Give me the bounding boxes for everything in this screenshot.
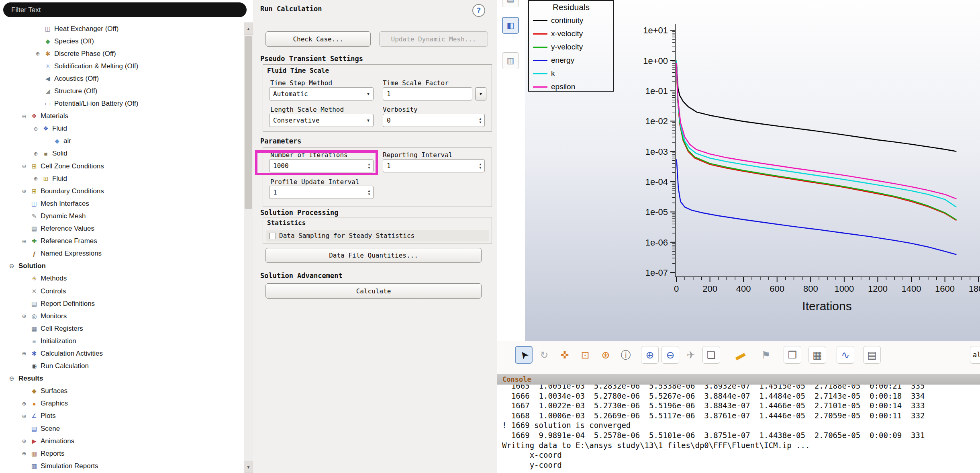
tree-item-results[interactable]: ⊖Results <box>0 373 244 385</box>
plot-window-button[interactable]: ∿ <box>837 346 854 364</box>
time-scale-factor-dropdown-button[interactable]: ▼ <box>475 87 486 100</box>
pan-button[interactable]: ✜ <box>556 346 574 364</box>
tree-item-potential-li-ion-battery-off[interactable]: ▭Potential/Li-ion Battery (Off) <box>0 98 244 110</box>
collapse-icon[interactable]: ⊖ <box>19 163 29 169</box>
expand-icon[interactable]: ⊕ <box>19 450 29 457</box>
side-clipboard-button[interactable]: ▤ <box>502 0 519 7</box>
views-button[interactable]: ❒ <box>784 346 801 364</box>
collapse-icon[interactable]: ⊖ <box>31 126 41 132</box>
spinner-arrows[interactable]: ▲▼ <box>365 162 373 170</box>
tree-item-graphics[interactable]: ⊕●Graphics <box>0 397 244 410</box>
expand-icon[interactable]: ⊕ <box>19 413 29 419</box>
tree-item-materials[interactable]: ⊖❖Materials <box>0 110 244 123</box>
calculate-button[interactable]: Calculate <box>265 283 482 299</box>
spin-up-icon[interactable]: ▲ <box>368 189 370 192</box>
side-stamp-button[interactable]: ▥ <box>502 52 519 69</box>
tree-item-controls[interactable]: ✕Controls <box>0 285 244 297</box>
check-case-button[interactable]: Check Case... <box>265 31 371 47</box>
verbosity-field[interactable] <box>383 117 476 124</box>
spin-up-icon[interactable]: ▲ <box>480 117 482 121</box>
data-sampling-row[interactable]: Data Sampling for Steady Statistics <box>266 230 489 242</box>
expand-icon[interactable]: ⊕ <box>33 51 43 57</box>
tree-item-solidification-melting-off[interactable]: ✳Solidification & Melting (Off) <box>0 60 244 72</box>
tree-item-heat-exchanger-off[interactable]: ◫Heat Exchanger (Off) <box>0 23 244 35</box>
spin-down-icon[interactable]: ▼ <box>368 192 370 196</box>
file-tree[interactable]: ◫Heat Exchanger (Off)◆Species (Off)⊕✱Dis… <box>0 23 244 473</box>
expand-icon[interactable]: ⊕ <box>19 188 29 194</box>
tree-item-discrete-phase-off[interactable]: ⊕✱Discrete Phase (Off) <box>0 47 244 60</box>
tree-item-reference-frames[interactable]: ⊕✚Reference Frames <box>0 235 244 248</box>
tree-filter-box[interactable] <box>3 2 247 17</box>
expand-icon[interactable]: ⊕ <box>19 401 29 407</box>
expand-icon[interactable]: ⊕ <box>31 151 41 157</box>
tree-filter-input[interactable] <box>3 6 247 14</box>
scrollbar-thumb[interactable] <box>245 36 252 209</box>
select-pointer-button[interactable]: ➤ <box>515 346 533 364</box>
spinner-arrows[interactable]: ▲▼ <box>476 117 484 124</box>
tree-item-report-definitions[interactable]: ▤Report Definitions <box>0 297 244 310</box>
spin-down-icon[interactable]: ▼ <box>480 121 482 124</box>
zoom-box-button[interactable]: ⊡ <box>576 346 594 364</box>
tree-item-fluid[interactable]: ⊕⊞Fluid <box>0 172 244 185</box>
tree-item-reports[interactable]: ⊕▥Reports <box>0 447 244 460</box>
probe-button[interactable]: ⚑ <box>757 346 775 364</box>
reporting-interval-field[interactable] <box>383 162 476 170</box>
copy-screen-button[interactable]: ❏ <box>702 346 720 364</box>
tree-item-scene[interactable]: ▤Scene <box>0 422 244 435</box>
tree-item-boundary-conditions[interactable]: ⊕⊞Boundary Conditions <box>0 185 244 197</box>
expand-icon[interactable]: ⊕ <box>19 313 29 319</box>
collapse-icon[interactable]: ⊖ <box>6 262 17 270</box>
tree-item-run-calculation[interactable]: ◉Run Calculation <box>0 360 244 373</box>
tree-item-air[interactable]: ◆air <box>0 135 244 147</box>
chevron-down-icon[interactable]: ▼ <box>363 118 373 123</box>
collapse-icon[interactable]: ⊖ <box>6 375 17 382</box>
tree-item-methods[interactable]: ✳Methods <box>0 272 244 285</box>
tree-item-solution[interactable]: ⊖Solution <box>0 260 244 272</box>
layout-button[interactable]: ▦ <box>808 346 826 364</box>
tree-item-surfaces[interactable]: ◆Surfaces <box>0 385 244 397</box>
spinner-arrows[interactable]: ▲▼ <box>365 189 373 196</box>
rotate-view-button[interactable]: ↻ <box>535 346 553 364</box>
tree-item-calculation-activities[interactable]: ⊕✱Calculation Activities <box>0 347 244 360</box>
profile-update-interval-input[interactable]: ▲▼ <box>269 186 374 199</box>
spin-down-icon[interactable]: ▼ <box>368 166 370 170</box>
iterations-field[interactable] <box>270 162 365 170</box>
highlighter-button[interactable]: ▬ <box>731 346 748 364</box>
time-scale-factor-input[interactable] <box>383 87 472 100</box>
zoom-in-button[interactable]: ⊕ <box>641 346 659 364</box>
chevron-down-icon[interactable]: ▼ <box>363 92 373 96</box>
side-plot-settings-button[interactable]: ◧ <box>502 17 519 34</box>
expand-icon[interactable]: ⊕ <box>19 350 29 356</box>
tree-item-acoustics-off[interactable]: ◀Acoustics (Off) <box>0 72 244 85</box>
tree-item-dynamic-mesh[interactable]: ✎Dynamic Mesh <box>0 210 244 222</box>
tree-item-simulation-reports[interactable]: ▥Simulation Reports <box>0 460 244 472</box>
magnify-button[interactable]: ⊛ <box>597 346 615 364</box>
time-scale-factor-field[interactable] <box>383 90 472 98</box>
expand-icon[interactable]: ⊕ <box>31 176 41 182</box>
reporting-interval-input[interactable]: ▲▼ <box>383 159 485 172</box>
tree-item-cell-registers[interactable]: ▦Cell Registers <box>0 322 244 335</box>
scrollbar-down-button[interactable]: ▼ <box>244 461 253 473</box>
expand-icon[interactable]: ⊕ <box>19 438 29 444</box>
help-button[interactable]: ? <box>472 4 485 17</box>
info-button[interactable]: ⓘ <box>617 346 635 364</box>
spin-down-icon[interactable]: ▼ <box>480 166 482 170</box>
length-scale-method-dropdown[interactable]: Conservative ▼ <box>269 114 374 127</box>
console-header[interactable]: Console <box>497 374 980 385</box>
scrollbar-up-button[interactable]: ▲ <box>244 23 253 35</box>
tree-item-reference-values[interactable]: ▤Reference Values <box>0 223 244 235</box>
toolbar-overflow-button[interactable]: al <box>970 346 980 364</box>
data-file-quantities-button[interactable]: Data File Quantities... <box>265 248 482 263</box>
time-step-method-dropdown[interactable]: Automatic ▼ <box>269 87 374 100</box>
spin-up-icon[interactable]: ▲ <box>368 162 370 166</box>
tree-item-named-expressions[interactable]: ƒNamed Expressions <box>0 248 244 260</box>
profile-update-interval-field[interactable] <box>270 188 365 196</box>
tree-item-species-off[interactable]: ◆Species (Off) <box>0 35 244 47</box>
tree-item-solid[interactable]: ⊕■Solid <box>0 147 244 160</box>
expand-icon[interactable]: ⊕ <box>19 238 29 244</box>
tree-item-plots[interactable]: ⊕∠Plots <box>0 410 244 422</box>
tree-item-monitors[interactable]: ⊕◎Monitors <box>0 310 244 322</box>
fly-mode-button[interactable]: ✈ <box>682 346 700 364</box>
tree-scrollbar[interactable]: ▲ ▼ <box>244 23 253 473</box>
iterations-input[interactable]: ▲▼ <box>269 159 374 172</box>
